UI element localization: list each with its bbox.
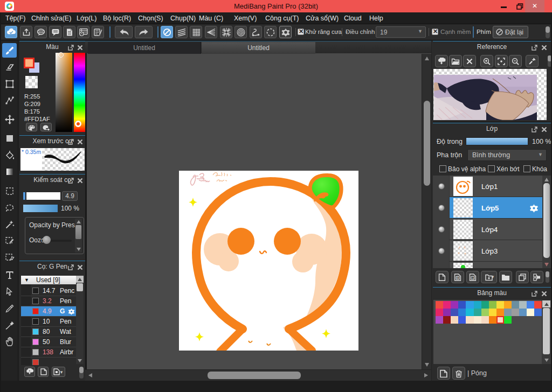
- svg-text:1: 1: [472, 276, 474, 279]
- svg-text:8: 8: [457, 276, 459, 279]
